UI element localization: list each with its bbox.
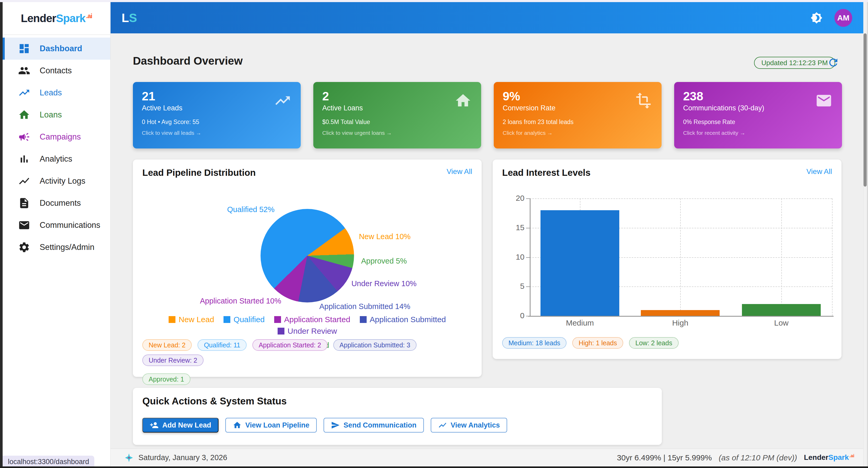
footer-logo: LenderSpark.ai: [804, 453, 854, 462]
window-bottom-edge: [0, 466, 868, 468]
refresh-icon: [827, 57, 839, 68]
legend-swatch: [360, 316, 367, 323]
sidebar-item-dashboard[interactable]: Dashboard: [3, 37, 110, 60]
refresh-button[interactable]: [827, 56, 840, 69]
home-icon: [233, 421, 242, 430]
bar-high[interactable]: [641, 310, 720, 316]
legend-item-new-lead[interactable]: New Lead: [168, 315, 214, 324]
send-icon: [331, 421, 340, 430]
legend-swatch: [223, 316, 230, 323]
app-root: LenderSpark.ai Dashboard Contacts Leads …: [0, 0, 868, 468]
pie-label-application-submitted: Application Submitted 14%: [319, 302, 410, 311]
chip-application-submitted-count: Application Submitted: 3: [333, 339, 417, 351]
chip-low-count: Low: 2 leads: [629, 337, 678, 349]
stat-label: Conversion Rate: [503, 104, 653, 112]
app-header: LS AM: [111, 2, 863, 33]
pipeline-view-all-link[interactable]: View All: [446, 167, 472, 176]
pie-label-under-review: Under Review 10%: [351, 279, 416, 288]
user-avatar[interactable]: AM: [834, 9, 852, 27]
stat-link[interactable]: Click to view all leads →: [142, 130, 292, 136]
footer-date: Saturday, January 3, 2026: [138, 453, 227, 462]
app-footer: Saturday, January 3, 2026 30yr 6.499% | …: [111, 448, 868, 466]
sidebar-item-leads[interactable]: Leads: [3, 82, 110, 104]
card-title: Quick Actions & System Status: [142, 396, 652, 407]
sidebar-item-activity-logs[interactable]: Activity Logs: [3, 170, 110, 192]
send-communication-button[interactable]: Send Communication: [323, 418, 424, 433]
header-actions: AM: [808, 9, 852, 27]
stat-value: 9%: [503, 89, 653, 103]
header-monogram[interactable]: LS: [122, 11, 137, 25]
brightness-icon: [810, 12, 823, 24]
transform-icon: [635, 92, 652, 110]
window-top-edge: [0, 0, 868, 2]
stat-card-active-leads[interactable]: 21 Active Leads 0 Hot • Avg Score: 55 Cl…: [133, 82, 301, 148]
email-icon: [18, 219, 30, 231]
pie-label-application-started: Application Started 10%: [200, 297, 281, 305]
legend-swatch: [278, 328, 284, 334]
stat-card-conversion-rate[interactable]: 9% Conversion Rate 2 loans from 23 total…: [494, 82, 661, 148]
y-tick-label: 5: [502, 282, 525, 291]
stat-card-communications[interactable]: 238 Communications (30-day) 0% Response …: [674, 82, 842, 148]
legend-swatch: [274, 316, 281, 323]
window-right-edge: [867, 2, 868, 466]
interest-count-chips: Medium: 18 leads High: 1 leads Low: 2 le…: [502, 337, 832, 349]
sidebar-item-settings-admin[interactable]: Settings/Admin: [3, 236, 110, 258]
sidebar-item-label: Analytics: [40, 154, 72, 164]
stat-link[interactable]: Click to view urgent loans →: [322, 130, 472, 136]
sidebar-item-campaigns[interactable]: Campaigns: [3, 126, 110, 148]
chip-application-started-count: Application Started: 2: [252, 339, 328, 351]
footer-rates: 30yr 6.499% | 15yr 5.999%: [617, 453, 712, 462]
chip-approved-count: Approved: 1: [142, 373, 190, 385]
chip-under-review-count: Under Review: 2: [142, 354, 204, 366]
stat-subtext: $0.5M Total Value: [322, 118, 472, 126]
x-tick-label: Medium: [566, 319, 594, 327]
view-loan-pipeline-button[interactable]: View Loan Pipeline: [225, 418, 317, 433]
browser-status-url: localhost:3300/dashboard: [3, 456, 94, 468]
lead-interest-card: Lead Interest Levels View All 20: [493, 159, 841, 359]
stat-label: Communications (30-day): [683, 104, 833, 112]
app-logo[interactable]: LenderSpark.ai: [3, 2, 110, 35]
bar-low[interactable]: [742, 304, 821, 316]
bar-medium[interactable]: [540, 210, 619, 316]
legend-item-under-review[interactable]: Under Review: [278, 327, 337, 335]
sidebar-item-analytics[interactable]: Analytics: [3, 148, 110, 170]
pie-chart-area: Qualified 52% New Lead 10% Approved 5% U…: [142, 184, 472, 315]
gridline: [832, 198, 833, 316]
sidebar-item-loans[interactable]: Loans: [3, 104, 110, 126]
megaphone-icon: [18, 131, 30, 143]
stat-value: 21: [142, 89, 292, 103]
theme-toggle-button[interactable]: [808, 9, 825, 26]
sidebar-item-communications[interactable]: Communications: [3, 214, 110, 236]
pie-chart[interactable]: [260, 209, 354, 302]
stat-value: 238: [683, 89, 833, 103]
sidebar-item-documents[interactable]: Documents: [3, 192, 110, 214]
add-new-lead-button[interactable]: Add New Lead: [142, 418, 218, 433]
page-title: Dashboard Overview: [133, 55, 243, 67]
line-chart-icon: [18, 175, 30, 187]
chip-new-lead-count: New Lead: 2: [142, 339, 192, 351]
people-icon: [18, 65, 30, 77]
stat-card-active-loans[interactable]: 2 Active Loans $0.5M Total Value Click t…: [313, 82, 481, 148]
x-axis: [528, 316, 834, 317]
stat-label: Active Leads: [142, 104, 292, 112]
chip-high-count: High: 1 leads: [572, 337, 623, 349]
window-left-edge: [0, 2, 3, 466]
chip-medium-count: Medium: 18 leads: [502, 337, 566, 349]
interest-view-all-link[interactable]: View All: [806, 167, 832, 176]
home-icon: [18, 109, 30, 121]
stat-link[interactable]: Click for analytics →: [503, 130, 653, 136]
legend-item-qualified[interactable]: Qualified: [223, 315, 265, 324]
pipeline-count-chips: New Lead: 2 Qualified: 11 Application St…: [142, 339, 472, 385]
sparkle-icon: [124, 453, 134, 463]
view-analytics-button[interactable]: View Analytics: [431, 418, 507, 433]
legend-item-application-submitted[interactable]: Application Submitted: [360, 315, 446, 324]
scrollbar-thumb[interactable]: [864, 33, 867, 186]
quick-actions-buttons: Add New Lead View Loan Pipeline Send Com…: [142, 418, 652, 433]
y-axis: [530, 198, 530, 316]
stat-link[interactable]: Click for recent activity →: [683, 130, 833, 136]
sidebar-item-contacts[interactable]: Contacts: [3, 60, 110, 82]
legend-item-application-started[interactable]: Application Started: [274, 315, 350, 324]
sidebar-item-label: Contacts: [40, 66, 72, 76]
dashboard-icon: [18, 42, 30, 55]
pie-label-approved: Approved 5%: [361, 257, 407, 265]
